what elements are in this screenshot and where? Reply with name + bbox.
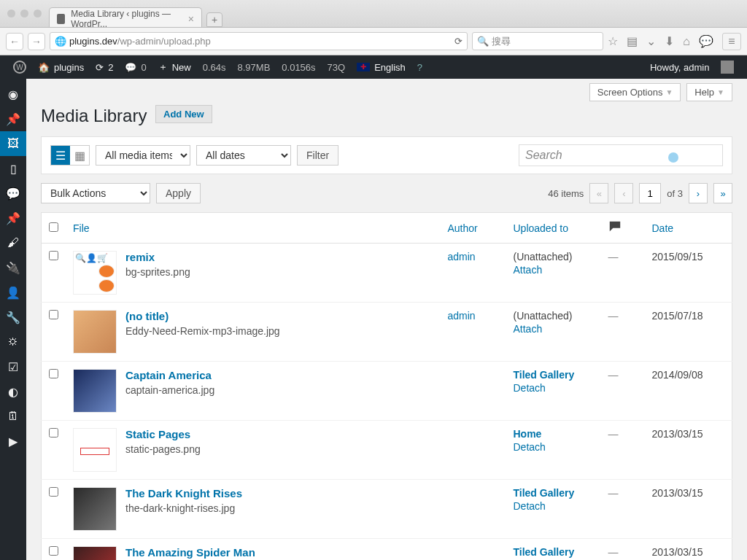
menu-appearance-icon[interactable]: 🖌 <box>0 230 26 255</box>
menu-icon[interactable]: ≡ <box>722 33 741 50</box>
tab-close-icon[interactable]: × <box>188 13 194 25</box>
col-file[interactable]: File <box>66 213 441 244</box>
downloads-icon[interactable]: ⬇ <box>665 34 674 48</box>
browser-search[interactable]: 🔍 搜尋 <box>472 32 603 50</box>
attach-action-link[interactable]: Detach <box>514 441 594 453</box>
bulk-actions-select[interactable]: Bulk Actions <box>41 183 150 203</box>
thumbnail[interactable] <box>73 369 117 413</box>
attach-action-link[interactable]: Attach <box>514 323 594 335</box>
comments-item[interactable]: 💬0 <box>119 55 152 79</box>
menu-dashboard-icon[interactable]: ◉ <box>0 82 26 106</box>
pagination: 46 items « ‹ of 3 › » <box>548 183 732 203</box>
grid-view-icon[interactable]: ▦ <box>70 146 89 165</box>
author-link[interactable]: admin <box>448 251 476 262</box>
menu-links-icon[interactable]: 📌 <box>0 206 26 230</box>
last-page-button[interactable]: » <box>713 183 732 203</box>
file-title-link[interactable]: remix <box>125 251 155 263</box>
screen-options-button[interactable]: Screen Options▼ <box>589 83 681 101</box>
attach-action-link[interactable]: Attach <box>514 264 594 276</box>
uploaded-to-link[interactable]: Tiled Gallery <box>514 487 575 499</box>
next-page-button[interactable]: › <box>689 183 708 203</box>
site-name[interactable]: 🏠plugins <box>32 55 90 79</box>
prev-page-button[interactable]: ‹ <box>614 183 633 203</box>
col-uploaded-to[interactable]: Uploaded to <box>506 213 601 244</box>
reload-icon[interactable]: ⟳ <box>454 36 462 47</box>
attach-action-link[interactable]: Detach <box>514 382 594 394</box>
list-view-icon[interactable]: ☰ <box>51 146 70 165</box>
help-button[interactable]: Help▼ <box>686 83 732 101</box>
browser-tab[interactable]: Media Library ‹ plugins — WordPr... × <box>49 7 202 27</box>
thumbnail[interactable] <box>73 310 117 354</box>
menu-tools-icon[interactable]: 🔧 <box>0 305 26 330</box>
wp-logo[interactable]: W <box>7 55 32 79</box>
help-icon[interactable]: ? <box>411 55 428 79</box>
thumbnail[interactable] <box>73 428 117 472</box>
col-date[interactable]: Date <box>645 213 732 244</box>
row-checkbox[interactable] <box>49 310 58 319</box>
back-button[interactable]: ← <box>6 33 23 50</box>
lang-switch[interactable]: English <box>351 55 411 79</box>
col-comments[interactable] <box>601 213 645 244</box>
media-search[interactable]: Search <box>519 144 723 166</box>
tab-strip: Media Library ‹ plugins — WordPr... × + <box>49 0 222 27</box>
file-title-link[interactable]: The Amazing Spider Man <box>125 546 255 559</box>
browser-icons: ☆ ▤ ⌄ ⬇ ⌂ 💬 ≡ <box>608 33 741 50</box>
filter-button[interactable]: Filter <box>297 145 338 166</box>
howdy-user[interactable]: Howdy, admin <box>644 55 740 79</box>
menu-comments-icon[interactable]: 💬 <box>0 181 26 206</box>
col-author[interactable]: Author <box>441 213 506 244</box>
menu-globe-icon[interactable]: ◐ <box>0 379 26 404</box>
reader-icon[interactable]: ▤ <box>627 34 638 48</box>
updates-item[interactable]: ⟳2 <box>90 55 119 79</box>
thumbnail[interactable]: 🔍👤🛒 <box>73 251 117 295</box>
max-dot[interactable] <box>34 9 42 18</box>
uploaded-to-link[interactable]: Home <box>514 428 542 440</box>
row-checkbox[interactable] <box>49 369 58 378</box>
attach-action-link[interactable]: Detach <box>514 500 594 512</box>
url-host: plugins.dev <box>69 36 117 47</box>
first-page-button[interactable]: « <box>589 183 608 203</box>
menu-media-icon[interactable]: 🖾 <box>0 131 26 156</box>
author-link[interactable]: admin <box>448 310 476 322</box>
thumbnail[interactable] <box>73 487 117 531</box>
file-title-link[interactable]: Captain America <box>125 369 212 381</box>
thumbnail[interactable] <box>73 546 117 560</box>
new-tab-button[interactable]: + <box>206 12 222 27</box>
url-box[interactable]: 🌐 plugins.dev/wp-admin/upload.php ⟳ <box>50 32 468 50</box>
avatar <box>721 61 734 74</box>
apply-button[interactable]: Apply <box>156 183 201 203</box>
file-title-link[interactable]: The Dark Knight Rises <box>125 487 242 499</box>
current-page-input[interactable] <box>639 183 661 203</box>
row-checkbox[interactable] <box>49 251 58 260</box>
menu-users-icon[interactable]: 👤 <box>0 280 26 305</box>
menu-posts-icon[interactable]: 📌 <box>0 106 26 131</box>
refresh-icon: ⟳ <box>96 62 104 73</box>
file-filename: Eddy-Need-Remix-mp3-image.jpg <box>125 325 280 337</box>
menu-settings-icon[interactable]: ⛭ <box>0 330 26 354</box>
select-all-checkbox[interactable] <box>49 222 58 232</box>
menu-calendar-icon[interactable]: 🗓 <box>0 404 26 429</box>
uploaded-to-link[interactable]: Tiled Gallery <box>514 369 575 381</box>
bookmark-icon[interactable]: ☆ <box>608 34 618 48</box>
home-icon[interactable]: ⌂ <box>683 35 690 48</box>
uploaded-to-link[interactable]: Tiled Gallery <box>514 546 575 558</box>
pocket-icon[interactable]: ⌄ <box>646 34 656 48</box>
sync-icon[interactable]: 💬 <box>699 34 713 48</box>
close-dot[interactable] <box>7 9 15 18</box>
menu-pages-icon[interactable]: ▯ <box>0 156 26 181</box>
filter-date[interactable]: All dates <box>196 145 291 166</box>
comment-count: — <box>608 310 619 322</box>
file-title-link[interactable]: Static Pages <box>125 428 190 440</box>
menu-plugins-icon[interactable]: 🔌 <box>0 255 26 280</box>
new-item[interactable]: ＋New <box>152 55 197 79</box>
row-checkbox[interactable] <box>49 546 58 556</box>
menu-check-icon[interactable]: ☑ <box>0 354 26 379</box>
file-title-link[interactable]: (no title) <box>125 310 169 322</box>
filter-media-type[interactable]: All media items <box>96 145 190 166</box>
add-new-button[interactable]: Add New <box>155 105 212 123</box>
min-dot[interactable] <box>20 9 28 18</box>
forward-button[interactable]: → <box>28 33 45 50</box>
row-checkbox[interactable] <box>49 428 58 438</box>
menu-play-icon[interactable]: ▶ <box>0 429 26 454</box>
row-checkbox[interactable] <box>49 487 58 497</box>
